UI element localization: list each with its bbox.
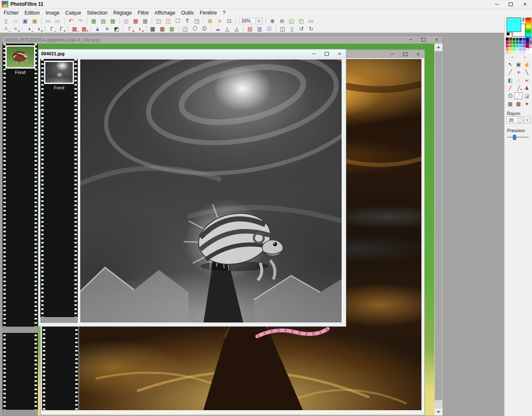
blur-minus-icon[interactable] xyxy=(190,25,199,32)
redo-icon[interactable]: ↷ xyxy=(76,17,85,25)
default-colors-icon[interactable] xyxy=(506,32,512,38)
scroll-down-button[interactable] xyxy=(434,409,443,416)
palette-color[interactable] xyxy=(529,44,532,47)
palette-color[interactable] xyxy=(522,51,525,54)
transparency-icon[interactable]: ☒ xyxy=(265,25,273,32)
open-folder-icon[interactable]: ▱ xyxy=(11,17,20,25)
negative-icon[interactable]: ◩ xyxy=(112,25,121,32)
palette-color[interactable] xyxy=(526,51,529,54)
mosaic-dark-icon[interactable]: ▦ xyxy=(148,25,157,32)
palette-color[interactable] xyxy=(529,38,532,41)
menu-item-aide[interactable]: ? xyxy=(220,10,229,16)
artistic-brush-tool[interactable]: ╱ xyxy=(515,92,522,99)
palette-color[interactable] xyxy=(522,41,525,44)
image-paste-icon[interactable]: ▨ xyxy=(99,17,108,25)
menu-item-outils[interactable]: Outils xyxy=(178,10,197,16)
mosaic-green-icon[interactable]: ▦ xyxy=(167,25,176,32)
scrollbar-thumb[interactable] xyxy=(435,51,442,400)
relief-icon[interactable]: ◫ xyxy=(181,25,190,32)
full-size-icon[interactable]: ◰ xyxy=(297,17,305,25)
palette-color[interactable] xyxy=(509,51,512,54)
duplicate-page-icon[interactable]: ◫ xyxy=(278,25,287,32)
window-004021[interactable]: 004021.jpg Fond xyxy=(38,49,346,327)
palette-prev-button[interactable]: ‹ xyxy=(506,55,519,59)
palette-color[interactable] xyxy=(529,48,532,51)
pressure-slider-thumb[interactable] xyxy=(513,135,516,140)
advanced-brush-tool[interactable]: ╱+ xyxy=(515,84,522,91)
zoom-out-icon[interactable]: ⊖ xyxy=(278,17,286,25)
palette-color[interactable] xyxy=(506,48,509,51)
explorer-icon[interactable]: ⊞ xyxy=(206,17,214,25)
menu-item-selection[interactable]: Sélection xyxy=(84,10,110,16)
window-004021-maximize-button[interactable] xyxy=(323,51,330,57)
palette-color[interactable] xyxy=(506,51,509,54)
sharpen-icon[interactable]: △ xyxy=(223,25,232,32)
zoom-dropdown-icon[interactable]: ∨ xyxy=(256,17,263,25)
histogram-icon[interactable]: ▲ xyxy=(93,25,102,32)
menu-item-filtre[interactable]: Filtre xyxy=(135,10,152,16)
palette-color[interactable] xyxy=(512,51,515,54)
color-mosaic-icon[interactable]: ▦ xyxy=(131,17,140,25)
app-titlebar[interactable]: PhotoFiltre 11 xyxy=(0,0,532,9)
palette-next-button[interactable]: › xyxy=(519,55,532,59)
brightness-minus-icon[interactable]: ☀– xyxy=(2,25,10,32)
palette-color[interactable] xyxy=(516,41,519,44)
palette-color[interactable] xyxy=(506,38,509,41)
radius-dropdown-button[interactable]: ∨ xyxy=(524,116,531,123)
radius-input[interactable]: 20 xyxy=(507,116,517,123)
undo-icon[interactable]: ↶ xyxy=(66,17,75,25)
palette-color[interactable] xyxy=(509,44,512,47)
palette-color[interactable] xyxy=(512,44,515,47)
contrast-plus-icon[interactable]: ◑+ xyxy=(34,25,43,32)
photo-stamp-tool[interactable]: ▩ xyxy=(515,100,522,107)
palette-color[interactable] xyxy=(506,44,509,47)
clone-stamp-tool[interactable]: ♟ xyxy=(523,84,531,91)
image-code-icon[interactable]: ▦ xyxy=(141,17,150,25)
polish-brush-tool[interactable]: ◪ xyxy=(523,92,531,99)
image-size-icon[interactable]: ⊡ xyxy=(225,17,234,25)
palette-color[interactable] xyxy=(526,44,529,47)
contrast-minus-icon[interactable]: ◑– xyxy=(25,25,33,32)
palette-color[interactable] xyxy=(526,38,529,41)
auto-levels-icon[interactable]: Γ± xyxy=(126,25,134,32)
gamma-plus-icon[interactable]: Γ+ xyxy=(57,25,66,32)
gamma-minus-icon[interactable]: Γ– xyxy=(47,25,56,32)
mosaic-color-icon[interactable]: ▦ xyxy=(158,25,167,32)
palette-color[interactable] xyxy=(516,44,519,47)
print-icon[interactable]: ▭ xyxy=(44,17,52,25)
palette-color[interactable] xyxy=(516,51,519,54)
rotate-left-icon[interactable]: ↺ xyxy=(297,25,306,32)
palette-color[interactable] xyxy=(519,38,522,41)
zoom-value[interactable]: 33% xyxy=(239,18,256,24)
print-alt-icon[interactable]: ▭ xyxy=(53,17,62,25)
palette-color[interactable] xyxy=(526,48,529,51)
zoom-in-icon[interactable]: ⊕ xyxy=(268,17,277,25)
palette-color[interactable] xyxy=(522,44,525,47)
image-export-icon[interactable]: ▦ xyxy=(108,17,117,25)
airbrush-tool[interactable]: ∴ xyxy=(515,76,522,84)
hand-tool[interactable]: ☝ xyxy=(523,61,531,68)
variance-screen-icon[interactable]: ▤ xyxy=(246,25,254,32)
zoom-combobox[interactable]: 33%∨ xyxy=(239,17,263,25)
menu-item-fichier[interactable]: Fichier xyxy=(1,10,22,16)
paintbrush-tool[interactable]: ╱ xyxy=(506,84,514,91)
app-minimize-button[interactable] xyxy=(490,0,504,8)
window-004021-titlebar[interactable]: 004021.jpg xyxy=(39,49,346,58)
palette-color[interactable] xyxy=(529,51,532,54)
full-screen-icon[interactable]: ▭ xyxy=(306,17,315,25)
window-gigapixel-maximize-button[interactable] xyxy=(420,37,427,43)
palette-color[interactable] xyxy=(519,48,522,51)
spin-up-icon[interactable]: ∧ xyxy=(517,117,522,120)
palette-color[interactable] xyxy=(512,41,515,44)
saturation-minus-icon[interactable]: ▦– xyxy=(70,25,79,32)
pressure-slider[interactable] xyxy=(507,135,529,140)
layer-thumbnail[interactable] xyxy=(5,45,35,69)
palette-color[interactable] xyxy=(509,48,512,51)
mesh-tool[interactable]: ▦ xyxy=(506,100,514,107)
selection-options-icon[interactable]: ◳ xyxy=(192,17,201,25)
palette-color[interactable] xyxy=(519,41,522,44)
scroll-up-button[interactable] xyxy=(434,44,443,51)
window-gigapixel-titlebar[interactable]: 00269-3875302054-gigapixel-scale-6_00x.p… xyxy=(2,36,443,44)
paste-as-image-icon[interactable]: ◫ xyxy=(164,17,172,25)
menu-item-image[interactable]: Image xyxy=(43,10,62,16)
